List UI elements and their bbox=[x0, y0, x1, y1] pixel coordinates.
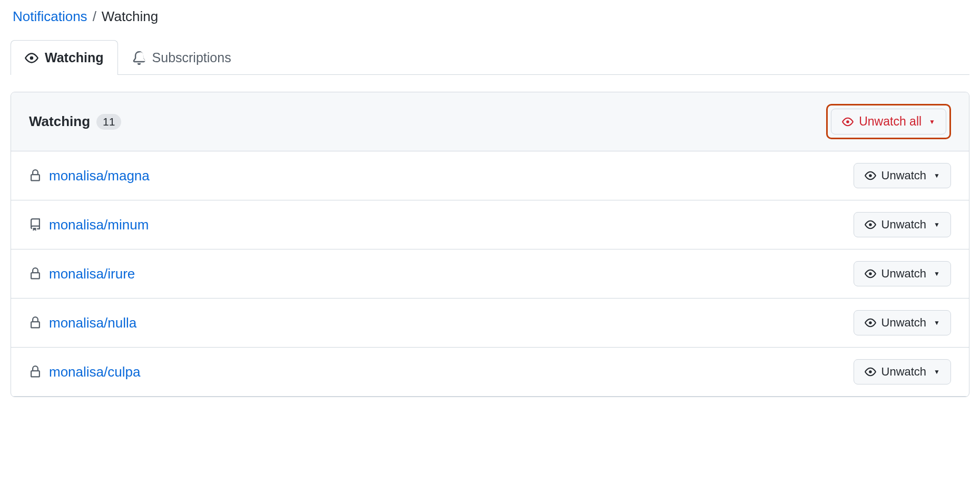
repo-left: monalisa/nulla bbox=[29, 315, 136, 331]
unwatch-button[interactable]: Unwatch▼ bbox=[854, 359, 951, 384]
chevron-down-icon: ▼ bbox=[934, 270, 940, 277]
eye-icon bbox=[842, 116, 854, 128]
repo-item: monalisa/culpaUnwatch▼ bbox=[11, 348, 969, 397]
repo-list: monalisa/magnaUnwatch▼monalisa/minumUnwa… bbox=[11, 151, 969, 397]
eye-icon bbox=[865, 170, 876, 181]
unwatch-button[interactable]: Unwatch▼ bbox=[854, 163, 951, 188]
chevron-down-icon: ▼ bbox=[934, 221, 940, 228]
card-title-text: Watching bbox=[29, 113, 90, 130]
card-title: Watching 11 bbox=[29, 113, 121, 130]
breadcrumb-notifications-link[interactable]: Notifications bbox=[13, 8, 87, 25]
eye-icon bbox=[865, 268, 876, 280]
watching-count-badge: 11 bbox=[96, 114, 121, 130]
lock-icon bbox=[29, 267, 42, 280]
eye-icon bbox=[865, 317, 876, 329]
lock-icon bbox=[29, 316, 42, 329]
unwatch-label: Unwatch bbox=[881, 316, 927, 330]
unwatch-label: Unwatch bbox=[881, 169, 927, 182]
card-header: Watching 11 Unwatch all ▼ bbox=[11, 92, 969, 151]
unwatch-button[interactable]: Unwatch▼ bbox=[854, 261, 951, 286]
repo-left: monalisa/magna bbox=[29, 168, 150, 184]
eye-icon bbox=[865, 219, 876, 230]
repo-link[interactable]: monalisa/nulla bbox=[49, 315, 136, 331]
tab-subscriptions-label: Subscriptions bbox=[152, 50, 231, 65]
repo-link[interactable]: monalisa/irure bbox=[49, 266, 135, 282]
lock-icon bbox=[29, 169, 42, 182]
tab-subscriptions[interactable]: Subscriptions bbox=[118, 40, 246, 75]
eye-icon bbox=[25, 51, 38, 65]
breadcrumb: Notifications / Watching bbox=[11, 8, 969, 25]
repo-link[interactable]: monalisa/minum bbox=[49, 217, 149, 233]
repo-icon bbox=[29, 218, 42, 231]
repo-item: monalisa/minumUnwatch▼ bbox=[11, 200, 969, 249]
unwatch-all-button[interactable]: Unwatch all ▼ bbox=[831, 109, 946, 134]
repo-link[interactable]: monalisa/culpa bbox=[49, 364, 140, 380]
lock-icon bbox=[29, 365, 42, 378]
annotation-highlight: Unwatch all ▼ bbox=[826, 104, 951, 139]
tab-watching-label: Watching bbox=[45, 50, 104, 65]
bell-icon bbox=[132, 51, 146, 65]
unwatch-label: Unwatch bbox=[881, 218, 927, 232]
repo-left: monalisa/minum bbox=[29, 217, 149, 233]
unwatch-button[interactable]: Unwatch▼ bbox=[854, 310, 951, 335]
eye-icon bbox=[865, 366, 876, 378]
unwatch-label: Unwatch bbox=[881, 365, 927, 379]
unwatch-button[interactable]: Unwatch▼ bbox=[854, 212, 951, 237]
unwatch-label: Unwatch bbox=[881, 267, 927, 281]
chevron-down-icon: ▼ bbox=[934, 319, 940, 326]
repo-item: monalisa/nullaUnwatch▼ bbox=[11, 299, 969, 348]
breadcrumb-separator: / bbox=[93, 8, 96, 25]
tab-watching[interactable]: Watching bbox=[11, 40, 118, 75]
watching-card: Watching 11 Unwatch all ▼ monalisa/magna… bbox=[11, 92, 969, 397]
repo-left: monalisa/culpa bbox=[29, 364, 140, 380]
chevron-down-icon: ▼ bbox=[929, 118, 935, 126]
repo-link[interactable]: monalisa/magna bbox=[49, 168, 150, 184]
chevron-down-icon: ▼ bbox=[934, 172, 940, 179]
repo-left: monalisa/irure bbox=[29, 266, 135, 282]
unwatch-all-label: Unwatch all bbox=[859, 114, 922, 129]
breadcrumb-current: Watching bbox=[102, 8, 158, 25]
repo-item: monalisa/irureUnwatch▼ bbox=[11, 249, 969, 299]
chevron-down-icon: ▼ bbox=[934, 368, 940, 376]
tab-nav: Watching Subscriptions bbox=[11, 40, 969, 75]
repo-item: monalisa/magnaUnwatch▼ bbox=[11, 151, 969, 200]
